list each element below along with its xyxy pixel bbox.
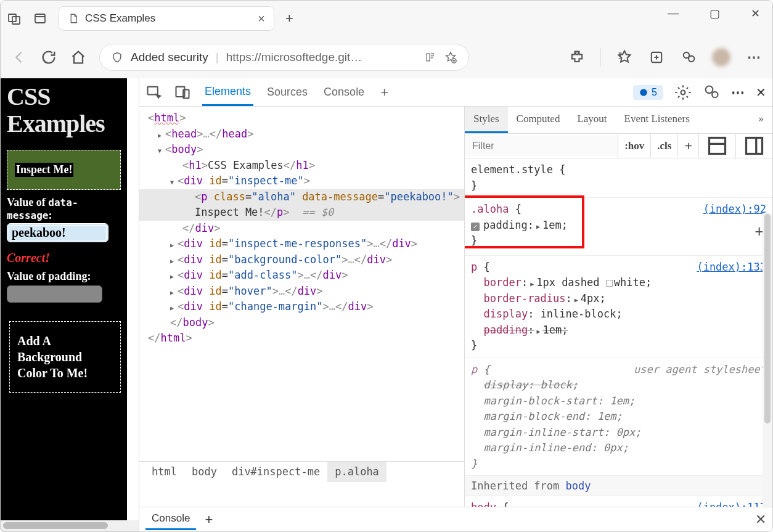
div2[interactable]: inspect-me-responses xyxy=(234,237,361,250)
aloha-rule[interactable]: (index):92 .aloha { ✓padding:1em; + } xyxy=(465,198,772,256)
tab-actions-icon[interactable] xyxy=(33,11,47,26)
settings-icon[interactable] xyxy=(674,84,692,101)
border-prop[interactable]: border xyxy=(483,276,521,289)
drawer-console-tab[interactable]: Console xyxy=(145,509,196,530)
drawer-add-tab[interactable]: + xyxy=(196,512,221,528)
tab-close-icon[interactable]: × xyxy=(258,12,265,26)
body-source-link[interactable]: (index):117 xyxy=(697,500,766,507)
more-tabs-icon[interactable]: » xyxy=(750,107,773,133)
h1-tag[interactable]: h1 xyxy=(189,159,201,171)
console-drawer: Console + ✕ xyxy=(139,507,772,531)
minimize-button[interactable]: — xyxy=(668,7,679,20)
crumb-body[interactable]: body xyxy=(184,462,224,483)
menu-icon[interactable]: ⋯ xyxy=(745,49,763,66)
browser-essentials-icon[interactable] xyxy=(680,49,697,66)
data-message-input[interactable]: peekaboo! xyxy=(7,223,108,242)
workspaces-icon[interactable] xyxy=(7,11,22,26)
inherited-body-link[interactable]: body xyxy=(566,480,591,492)
body-rule[interactable]: (index):117 body { xyxy=(465,496,772,507)
inspect-me-box[interactable]: Inspect Me! xyxy=(7,150,121,190)
close-devtools-button[interactable]: ✕ xyxy=(756,85,766,100)
close-window-button[interactable]: ✕ xyxy=(751,7,760,20)
toolbar-icons: ⋯ xyxy=(568,48,763,67)
head-tag[interactable]: head xyxy=(171,128,197,140)
issues-badge[interactable]: 5 xyxy=(633,85,663,100)
padding-input[interactable] xyxy=(7,285,102,303)
svg-point-14 xyxy=(712,91,718,97)
border-val[interactable]: 1px dashed xyxy=(536,276,599,289)
cls-toggle[interactable]: .cls xyxy=(650,134,677,158)
div3[interactable]: background-color xyxy=(234,253,335,266)
devtools-panel: Elements Sources Console + 5 ⋯ ✕ <html> … xyxy=(139,78,772,531)
address-bar[interactable]: Added security | https://microsoftedge.g… xyxy=(99,44,469,71)
radius-val[interactable]: 4px xyxy=(581,292,600,305)
home-button[interactable] xyxy=(70,49,87,66)
aloha-source-link[interactable]: (index):92 xyxy=(703,202,766,218)
page-scrollbar-horizontal[interactable] xyxy=(1,520,139,531)
body-tag[interactable]: body xyxy=(171,143,197,155)
div5[interactable]: hover xyxy=(234,285,266,297)
tab-sources[interactable]: Sources xyxy=(264,80,310,105)
ua-mbe: margin-block-end: 1em; xyxy=(483,410,622,422)
styles-panel: Styles Computed Layout Event Listeners »… xyxy=(464,107,772,507)
display-prop[interactable]: display xyxy=(483,308,528,320)
refresh-button[interactable] xyxy=(40,49,57,66)
nav-bar: Added security | https://microsoftedge.g… xyxy=(1,36,772,78)
div4[interactable]: add-class xyxy=(234,269,291,281)
collections-icon[interactable] xyxy=(648,49,665,66)
subtab-computed[interactable]: Computed xyxy=(508,107,569,133)
reader-icon[interactable] xyxy=(424,51,436,63)
maximize-button[interactable]: ▢ xyxy=(710,7,720,20)
styles-filter-input[interactable] xyxy=(465,136,618,157)
subtab-layout[interactable]: Layout xyxy=(568,107,615,133)
selected-dom-node[interactable]: ••• <p class="aloha" data-message="peeka… xyxy=(139,189,464,205)
toggle-sidebar-icon[interactable] xyxy=(735,134,772,158)
p-rule[interactable]: (index):133 p { border:1px dashed white;… xyxy=(465,256,772,358)
crumb-div[interactable]: div#inspect-me xyxy=(224,462,327,483)
profile-avatar[interactable] xyxy=(712,48,730,67)
feedback-icon[interactable] xyxy=(703,84,720,101)
hov-toggle[interactable]: :hov xyxy=(618,134,650,158)
subtab-styles[interactable]: Styles xyxy=(465,107,508,133)
browser-chrome: CSS Examples × + — ▢ ✕ Added security | … xyxy=(1,1,772,78)
inspect-element-icon[interactable] xyxy=(145,84,163,101)
ua-mbs: margin-block-start: 1em; xyxy=(483,395,635,407)
tab-elements[interactable]: Elements xyxy=(202,79,253,106)
new-rule-button[interactable]: + xyxy=(677,134,698,158)
p-source-link[interactable]: (index):133 xyxy=(697,260,766,276)
browser-tab[interactable]: CSS Examples × xyxy=(59,6,274,31)
display-val[interactable]: inline-block xyxy=(541,308,616,320)
add-background-box[interactable]: Add A Background Color To Me! xyxy=(9,321,121,393)
favorite-toggle-icon[interactable] xyxy=(444,51,457,64)
dom-tree-panel[interactable]: <html> <head>…</head> <body> <h1>CSS Exa… xyxy=(139,107,464,507)
border-color[interactable]: white xyxy=(614,276,645,289)
crumb-p[interactable]: p.aloha xyxy=(327,462,386,483)
add-tab-button[interactable]: + xyxy=(378,78,391,107)
color-swatch[interactable] xyxy=(606,280,613,287)
device-toolbar-icon[interactable] xyxy=(174,84,191,101)
more-options-icon[interactable]: ⋯ xyxy=(731,84,745,100)
inspect-me-text: Inspect Me! xyxy=(15,163,73,177)
tab-console[interactable]: Console xyxy=(321,80,367,105)
dom-breadcrumb[interactable]: html body div#inspect-me p.aloha xyxy=(139,461,464,482)
subtab-events[interactable]: Event Listeners xyxy=(616,107,698,133)
padding-val-overridden[interactable]: 1em xyxy=(542,324,562,336)
div6[interactable]: change-margin xyxy=(234,300,316,313)
ua-display: display: block; xyxy=(483,379,578,391)
radius-prop[interactable]: border-radius xyxy=(483,292,565,305)
crumb-html[interactable]: html xyxy=(144,462,184,483)
data-message-label: Value of data-message: xyxy=(7,196,121,222)
html-tag[interactable]: html xyxy=(154,112,179,124)
new-tab-button[interactable]: + xyxy=(285,10,293,27)
extensions-icon[interactable] xyxy=(568,49,586,66)
computed-styles-icon[interactable] xyxy=(698,134,735,158)
svg-point-7 xyxy=(689,56,694,62)
label-prefix: Value of xyxy=(7,196,48,208)
favorites-icon[interactable] xyxy=(616,49,633,66)
element-style-rule[interactable]: element.style {} xyxy=(465,158,772,198)
padding-prop-overridden[interactable]: padding xyxy=(483,324,528,336)
styles-content[interactable]: element.style {} (index):92 .aloha { ✓pa… xyxy=(465,158,772,507)
devtools-scrollbar[interactable] xyxy=(763,213,772,507)
drawer-close-button[interactable]: ✕ xyxy=(755,512,766,528)
svg-point-12 xyxy=(681,90,685,94)
